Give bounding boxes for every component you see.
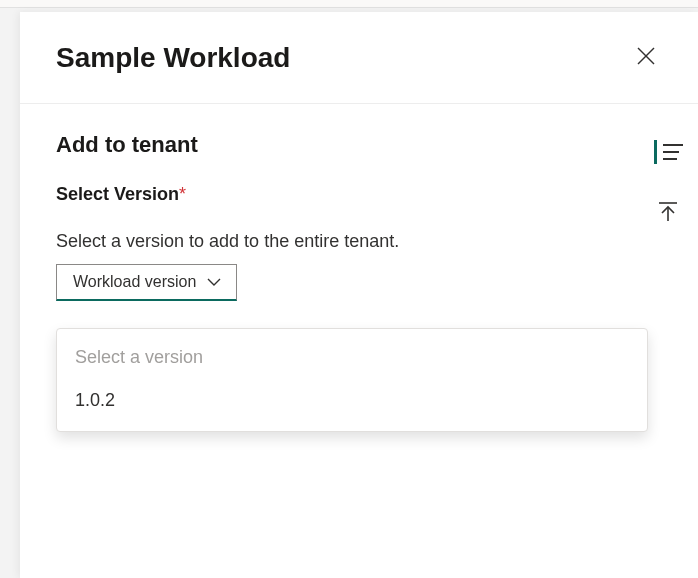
select-version-label: Select Version* [56,184,662,205]
close-button[interactable] [630,40,662,75]
contents-button[interactable] [650,136,687,168]
panel-header: Sample Workload [20,12,698,104]
panel-main: Sample Workload Add to tenant Select Ver… [20,12,698,578]
dropdown-placeholder: Select a version [57,337,647,378]
field-description: Select a version to add to the entire te… [56,231,662,252]
close-icon [636,46,656,69]
list-icon [654,140,683,164]
background-header [0,0,698,8]
panel-title: Sample Workload [56,42,290,74]
scroll-top-button[interactable] [652,196,684,231]
side-action-bar [638,136,698,231]
version-dropdown-menu: Select a version 1.0.2 [56,328,648,432]
required-indicator: * [179,184,186,204]
dropdown-option-1-0-2[interactable]: 1.0.2 [57,378,647,423]
arrow-up-to-line-icon [656,200,680,227]
workload-version-dropdown[interactable]: Workload version [56,264,237,301]
sample-workload-panel: Sample Workload Add to tenant Select Ver… [20,12,698,578]
panel-body: Add to tenant Select Version* Select a v… [20,104,698,301]
chevron-down-icon [206,274,222,290]
dropdown-trigger-label: Workload version [73,273,196,291]
field-label-text: Select Version [56,184,179,204]
section-title: Add to tenant [56,132,662,158]
